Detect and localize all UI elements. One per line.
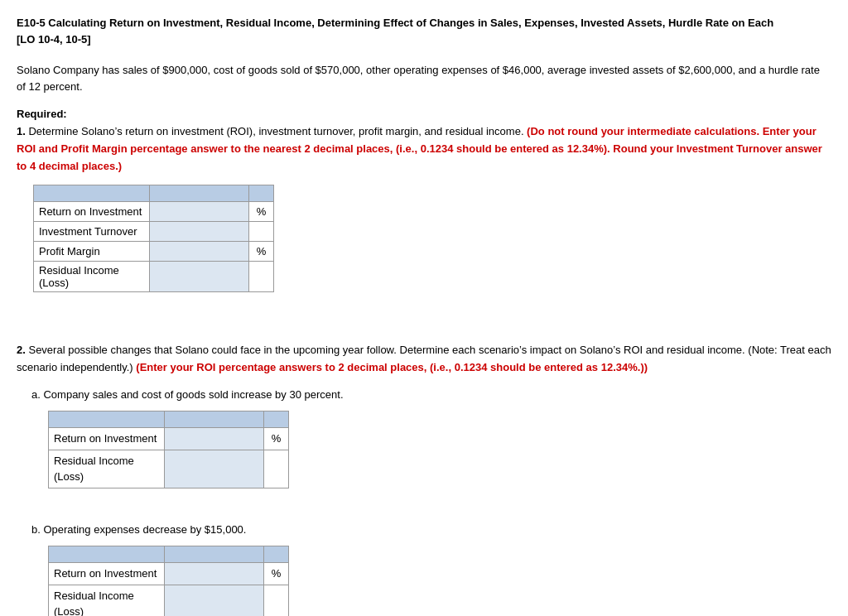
row1-label: Return on Investment bbox=[34, 202, 150, 222]
a-row1-unit: % bbox=[264, 428, 289, 450]
a-row2-label: Residual Income (Loss) bbox=[49, 450, 165, 488]
table-row: Return on Investment % bbox=[49, 563, 289, 585]
table-row: Residual Income (Loss) bbox=[49, 585, 289, 616]
row4-label: Residual Income (Loss) bbox=[34, 262, 150, 292]
a-row2-input[interactable] bbox=[165, 450, 264, 488]
row3-input[interactable] bbox=[150, 242, 249, 262]
b-row1-input[interactable] bbox=[165, 563, 264, 585]
sub-b-block: b. Operating expenses decrease by $15,00… bbox=[31, 522, 831, 616]
b-row2-unit bbox=[264, 585, 289, 616]
a-row1-input[interactable] bbox=[165, 428, 264, 450]
table-row: Residual Income (Loss) bbox=[49, 450, 289, 488]
table-row: Investment Turnover bbox=[34, 222, 274, 242]
b-row2-label: Residual Income (Loss) bbox=[49, 585, 165, 616]
table-row: Return on Investment % bbox=[34, 202, 274, 222]
required-label: Required: bbox=[17, 108, 831, 120]
row1-unit: % bbox=[249, 202, 274, 222]
sub-b-label: b. Operating expenses decrease by $15,00… bbox=[31, 522, 831, 538]
row4-input[interactable] bbox=[150, 262, 249, 292]
row2-input[interactable] bbox=[150, 222, 249, 242]
row3-unit: % bbox=[249, 242, 274, 262]
table-row: Profit Margin % bbox=[34, 242, 274, 262]
table1: Return on Investment % Investment Turnov… bbox=[33, 185, 274, 292]
question1-text: 1. Determine Solano’s return on investme… bbox=[17, 123, 831, 175]
row2-unit bbox=[249, 222, 274, 242]
sub-a-label: a. Company sales and cost of goods sold … bbox=[31, 387, 831, 403]
b-row2-input[interactable] bbox=[165, 585, 264, 616]
table-row: Residual Income (Loss) bbox=[34, 262, 274, 292]
problem-text: Solano Company has sales of $900,000, co… bbox=[17, 62, 831, 94]
row3-label: Profit Margin bbox=[34, 242, 150, 262]
a-row2-unit bbox=[264, 450, 289, 488]
a-row1-label: Return on Investment bbox=[49, 428, 165, 450]
table-row: Return on Investment % bbox=[49, 428, 289, 450]
question2-text: 2. Several possible changes that Solano … bbox=[17, 342, 831, 377]
table2b: Return on Investment % Residual Income (… bbox=[48, 546, 289, 616]
row4-unit bbox=[249, 262, 274, 292]
table2a: Return on Investment % Residual Income (… bbox=[48, 411, 289, 488]
sub-a-block: a. Company sales and cost of goods sold … bbox=[31, 387, 831, 488]
b-row1-unit: % bbox=[264, 563, 289, 585]
b-row1-label: Return on Investment bbox=[49, 563, 165, 585]
page-title: E10-5 Calculating Return on Investment, … bbox=[17, 15, 831, 47]
row2-label: Investment Turnover bbox=[34, 222, 150, 242]
row1-input[interactable] bbox=[150, 202, 249, 222]
